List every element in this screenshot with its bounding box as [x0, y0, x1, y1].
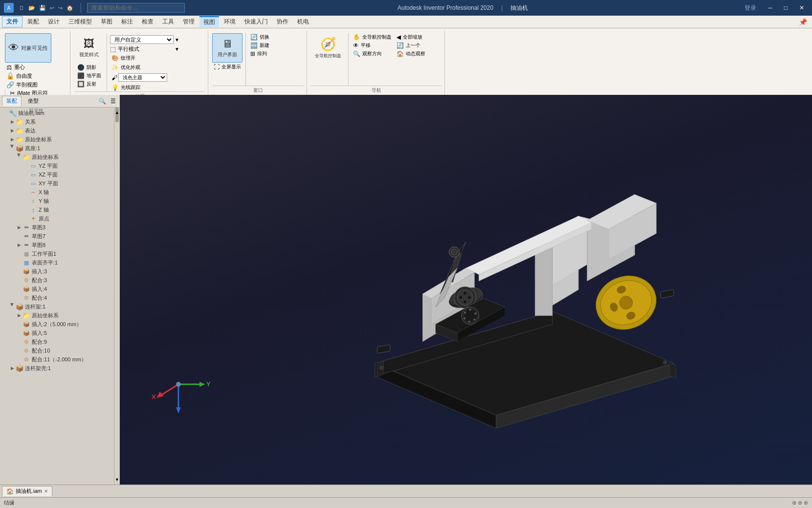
imate-btn[interactable]: 🔗 半剖视图: [5, 81, 39, 89]
quick-access-undo[interactable]: ↩: [48, 5, 56, 11]
viewport[interactable]: Z X Y: [120, 95, 812, 485]
minimize-button[interactable]: ─: [764, 4, 776, 11]
menu-item-view[interactable]: 视图: [199, 16, 219, 27]
menu-item-3dmodel[interactable]: 三维模型: [65, 17, 96, 27]
close-button[interactable]: ✕: [795, 4, 808, 11]
tree-item-z-axis[interactable]: ↕ Z 轴: [22, 205, 114, 214]
expander-linkarm1[interactable]: ▶: [9, 366, 16, 371]
menu-item-quickstart[interactable]: 快速入门: [241, 17, 272, 27]
sidebar-scrollbar[interactable]: ▲ ▼: [114, 108, 120, 485]
tree-item-surface1[interactable]: ▦ 表面齐平:1: [15, 258, 114, 267]
sidebar-tab-modeling[interactable]: 坐型: [23, 96, 43, 106]
tree-item-linkframe1[interactable]: ▶ 📦 连杆架:1: [8, 302, 114, 311]
tree-item-base1[interactable]: ▶ 📦 底座:1: [8, 144, 114, 153]
sidebar-tab-assembly[interactable]: 装配: [2, 96, 22, 106]
texture-open-btn[interactable]: 🎨 纹理开: [110, 54, 179, 62]
menu-item-manage[interactable]: 管理: [179, 17, 198, 27]
menu-item-sketch[interactable]: 草图: [97, 17, 116, 27]
tree-item-root[interactable]: 🔧 抽油机.iam: [1, 109, 114, 117]
view-direction-btn[interactable]: 👁 平移: [351, 42, 393, 49]
tree-item-mate11[interactable]: ⚙ 配合:11（-2.000 mm）: [15, 355, 114, 364]
center-of-gravity-btn[interactable]: ⚖ 重心: [5, 63, 26, 71]
tree-item-insert4[interactable]: 📦 插入:4: [15, 285, 114, 293]
quick-access-open[interactable]: 📂: [27, 5, 37, 11]
object-visibility-btn[interactable]: 👁 对象可见性: [5, 33, 51, 63]
tree-item-yz-plane[interactable]: ▭ YZ 平面: [22, 161, 114, 170]
nav-control-btn[interactable]: 🧭 全导航控制盘: [311, 33, 345, 63]
menu-item-tools[interactable]: 工具: [158, 17, 178, 27]
menu-item-environment[interactable]: 环境: [220, 17, 240, 27]
tree-item-relations[interactable]: ▶ 📁 关系: [8, 117, 114, 126]
prev-view-btn[interactable]: ◀ 全部缩放: [395, 33, 427, 41]
menu-item-design[interactable]: 设计: [44, 17, 64, 27]
tree-item-mate4[interactable]: ⚙ 配合:4: [15, 293, 114, 302]
quick-access-home[interactable]: 🏠: [65, 5, 75, 11]
tree-item-origin-pt[interactable]: ✦ 原点: [22, 214, 114, 223]
zoom-all-btn[interactable]: 🔍 观察方向: [351, 50, 393, 58]
expander-origin-cs[interactable]: ▶: [9, 137, 16, 142]
tree-item-sketch7[interactable]: ✏ 草图7: [15, 232, 114, 241]
shadow-btn[interactable]: 🌑 阴影: [76, 64, 103, 71]
scroll-up-btn[interactable]: ▲: [114, 108, 120, 117]
sidebar-search-btn[interactable]: 🔍: [97, 96, 107, 106]
scroll-down-btn[interactable]: ▼: [114, 475, 120, 485]
tree-item-sketch3[interactable]: ▶ ✏ 草图3: [15, 223, 114, 232]
bottom-tab-main[interactable]: 🏠 抽油机.iam ✕: [2, 486, 52, 496]
theme-select-row[interactable]: 🖌 浅色主题 深色主题: [110, 73, 179, 82]
tree-item-sketch8[interactable]: ▶ ✏ 草图8: [15, 241, 114, 249]
orbit-btn[interactable]: 🔄 上一个: [395, 42, 427, 49]
freedom-btn[interactable]: 🔓 自由度: [5, 72, 34, 80]
expander-linkframe-origin[interactable]: ▶: [16, 313, 22, 318]
tree-item-linkarm1[interactable]: ▶ 📦 连杆架壳:1: [8, 364, 114, 373]
menu-item-collaborate[interactable]: 协作: [273, 17, 292, 27]
quick-access-save[interactable]: 💾: [38, 5, 47, 11]
tree-item-mate3[interactable]: ⚙ 配合:3: [15, 276, 114, 285]
reflection-btn[interactable]: 🔲 反射: [76, 80, 103, 88]
sidebar-menu-btn[interactable]: ☰: [108, 96, 118, 106]
optimize-btn[interactable]: ✨ 优化外观: [110, 64, 179, 71]
new-window-btn[interactable]: 🆕 新建: [249, 42, 271, 49]
menu-item-assembly[interactable]: 装配: [23, 17, 43, 27]
quick-access-redo[interactable]: ↪: [57, 5, 64, 11]
tree-item-insert5[interactable]: 📦 插入:5: [15, 329, 114, 337]
raytracing-btn[interactable]: 💡 光线跟踪: [110, 84, 179, 91]
tree-item-origin-cs[interactable]: ▶ 📁 原始坐标系: [8, 135, 114, 144]
expander-relations[interactable]: ▶: [9, 119, 16, 124]
theme-select[interactable]: 浅色主题 深色主题: [118, 73, 167, 82]
ribbon-search-input[interactable]: [87, 3, 185, 13]
expander-sketch8[interactable]: ▶: [16, 243, 22, 247]
tab-close-btn[interactable]: ✕: [44, 488, 48, 494]
tree-item-insert3[interactable]: 📦 插入:3: [15, 267, 114, 276]
menu-item-mechatronics[interactable]: 机电: [293, 17, 313, 27]
home-view-btn[interactable]: 🏠 动态观察: [395, 50, 427, 58]
tree-item-workplane1[interactable]: ▦ 工作平面1: [15, 249, 114, 258]
ground-plane-btn[interactable]: ⬛ 地平面: [76, 72, 103, 80]
tree-item-base-origin[interactable]: ▶ 📁 原始坐标系: [15, 153, 114, 161]
tree-item-linkframe-origin[interactable]: ▶ 📁 原始坐标系: [15, 311, 114, 320]
menu-item-file[interactable]: 文件: [2, 16, 22, 27]
tree-item-y-axis[interactable]: ↕ Y 轴: [22, 197, 114, 205]
tree-item-expressions[interactable]: ▶ 📁 表达: [8, 126, 114, 135]
view-style-btn[interactable]: 🖼 视觉样式: [76, 33, 102, 63]
menu-item-annotation[interactable]: 标注: [117, 17, 137, 27]
user-view-select[interactable]: 用户自定义: [110, 35, 174, 44]
expander-sketch3[interactable]: ▶: [16, 225, 22, 230]
tree-item-x-axis[interactable]: ↔ X 轴: [22, 188, 114, 197]
user-interface-btn[interactable]: 🖥 用户界面: [212, 33, 242, 63]
tree-item-xz-plane[interactable]: ▭ XZ 平面: [22, 170, 114, 179]
quick-access-new[interactable]: 🗋: [18, 5, 26, 11]
expander-base1[interactable]: ▶: [10, 145, 15, 152]
arrange-btn[interactable]: ⊞ 排列: [249, 50, 271, 58]
tree-item-insert2[interactable]: 📦 插入:2（5.000 mm）: [15, 320, 114, 329]
expander-linkframe1[interactable]: ▶: [10, 303, 15, 310]
expander-base-origin[interactable]: ▶: [17, 154, 22, 160]
expander-expressions[interactable]: ▶: [9, 128, 16, 133]
switch-btn[interactable]: 🔄 切换: [249, 33, 271, 41]
tree-item-xy-plane[interactable]: ▭ XY 平面: [22, 179, 114, 188]
login-button[interactable]: 登录: [741, 4, 760, 12]
fullscreen-btn[interactable]: ⛶ 全屏显示: [212, 63, 242, 71]
maximize-button[interactable]: □: [780, 4, 791, 11]
menu-item-inspect[interactable]: 检查: [138, 17, 157, 27]
pan-btn[interactable]: ✋ 全导航控制盘: [351, 33, 393, 41]
tree-item-mate9[interactable]: ⚙ 配合:9: [15, 337, 114, 346]
